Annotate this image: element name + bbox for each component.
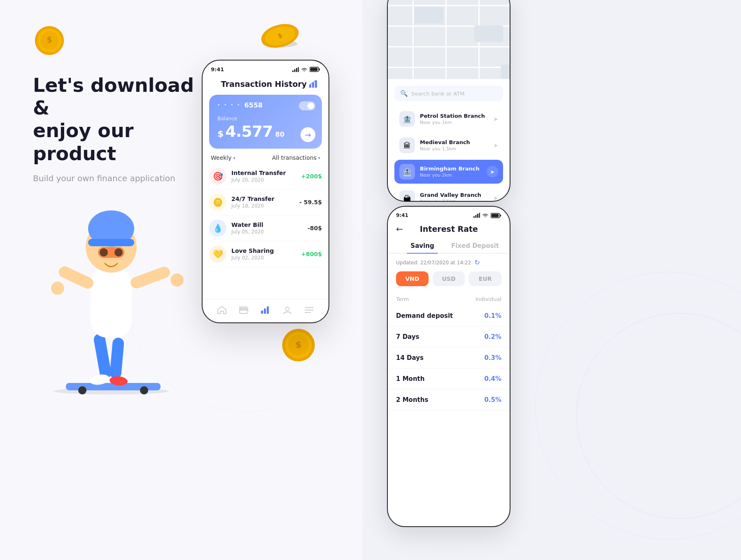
weekly-filter[interactable]: Weekly ▾: [211, 154, 235, 161]
txn-amount-1: - 59.5$: [299, 199, 322, 205]
nav-menu-icon[interactable]: [303, 304, 315, 316]
map-road: [388, 67, 510, 68]
ir-rate-0: 0.1%: [484, 312, 501, 320]
branch-info-2: Birmingham Branch Near you 2km: [420, 166, 482, 178]
svg-rect-53: [473, 216, 475, 218]
branch-name-0: Petrol Station Branch: [420, 113, 488, 119]
branch-icon-3: 🏔: [399, 190, 415, 202]
ir-updated-text: Updated: 22/07/2020 at 14:22: [396, 260, 471, 266]
nav-chart-icon[interactable]: [260, 304, 271, 316]
ir-currency-selector: VND USD EUR: [388, 271, 510, 293]
phone-nav: [203, 299, 329, 322]
ir-title: Interest Rate: [407, 224, 491, 233]
svg-rect-35: [296, 68, 297, 72]
card-dots: • • • •: [217, 102, 241, 107]
txn-date-1: July 18, 2020: [231, 203, 294, 209]
weekly-chevron-icon: ▾: [233, 156, 235, 160]
table-row[interactable]: 🎯 Internal Transfer July 20, 2020 +200$: [209, 163, 322, 189]
txn-date-2: July 05, 2020: [231, 229, 303, 235]
table-row[interactable]: 14 Days 0.3%: [388, 348, 510, 369]
svg-rect-22: [91, 268, 132, 338]
coin-top-center: $: [259, 23, 301, 51]
ir-rate-1: 0.2%: [484, 333, 501, 341]
list-item[interactable]: 🏦 Petrol Station Branch Near you 1km ➤: [394, 107, 503, 131]
ir-rate-4: 0.5%: [484, 396, 501, 404]
tab-saving[interactable]: Saving: [396, 239, 449, 253]
svg-rect-29: [88, 239, 134, 246]
map-road: [388, 5, 510, 6]
branch-name-3: Grand Valley Branch: [420, 192, 488, 198]
status-icons: [292, 67, 320, 72]
all-transactions-label: All transactions: [272, 154, 317, 161]
balance-arrow-btn[interactable]: →: [301, 127, 315, 142]
ir-rate-3: 0.4%: [484, 375, 501, 383]
txn-name-2: Water Bill: [231, 222, 303, 228]
svg-point-17: [140, 386, 148, 394]
table-row[interactable]: 🪙 24/7 Transfer July 18, 2020 - 59.5$: [209, 189, 322, 215]
table-row[interactable]: 2 Months 0.5%: [388, 390, 510, 411]
table-row[interactable]: 💛 Love Sharing July 02, 2020 +800$: [209, 241, 322, 267]
phone-map: 🔍 Search bank or ATM 🏦 Petrol Station Br…: [387, 0, 510, 202]
table-row[interactable]: 1 Month 0.4%: [388, 369, 510, 390]
txn-amount-3: +800$: [301, 251, 322, 257]
balance-dollar: $: [217, 128, 224, 139]
ir-battery-icon: [491, 213, 501, 218]
currency-eur-button[interactable]: EUR: [469, 271, 501, 286]
svg-rect-54: [475, 215, 477, 218]
map-road: [412, 0, 414, 79]
wifi-icon: [301, 67, 308, 72]
all-transactions-filter[interactable]: All transactions ▾: [272, 154, 320, 161]
ir-rate-2: 0.3%: [484, 354, 501, 362]
table-row[interactable]: 💧 Water Bill July 05, 2020 -80$: [209, 215, 322, 241]
phone-interest: 9:41: [387, 206, 510, 527]
currency-vnd-button[interactable]: VND: [396, 271, 429, 286]
branch-icon-2: 🏦: [399, 164, 415, 180]
tab-fixed-deposit[interactable]: Fixed Deposit: [449, 239, 501, 253]
map-search-area: 🔍 Search bank or ATM 🏦 Petrol Station Br…: [388, 79, 510, 202]
ir-term-2: 14 Days: [396, 354, 424, 362]
balance-amount: $ 4.577 80: [217, 122, 314, 140]
list-item[interactable]: 🏦 Birmingham Branch Near you 2km ➤: [394, 160, 503, 184]
battery-icon: [310, 67, 320, 72]
ir-term-4: 2 Months: [396, 396, 428, 404]
txn-icon-transfer: 🎯: [209, 168, 226, 185]
ir-back-button[interactable]: ←: [396, 224, 403, 234]
balance-card: • • • • 6558 Balance $ 4.577 80 →: [209, 95, 322, 149]
ir-refresh-icon[interactable]: ↻: [474, 259, 480, 266]
table-row[interactable]: Demand deposit 0.1%: [388, 306, 510, 327]
balance-label: Balance: [217, 116, 314, 121]
txn-info-24-7: 24/7 Transfer July 18, 2020: [231, 196, 294, 209]
card-toggle[interactable]: [299, 101, 315, 110]
txn-info-love: Love Sharing July 02, 2020: [231, 247, 296, 261]
table-row[interactable]: 7 Days 0.2%: [388, 327, 510, 348]
skater-figure: [25, 148, 198, 404]
ir-term-1: 7 Days: [396, 333, 419, 341]
nav-profile-icon[interactable]: [282, 304, 293, 316]
signal-icon: [292, 67, 299, 72]
branch-icon-1: 🏛: [399, 138, 415, 153]
svg-text:$: $: [295, 339, 301, 350]
branch-name-2: Birmingham Branch: [420, 166, 482, 172]
list-item[interactable]: 🏔 Grand Valley Branch Near you 3,5km ➤: [394, 186, 503, 202]
nav-home-icon[interactable]: [216, 304, 228, 316]
chart-icon[interactable]: [307, 77, 320, 91]
currency-usd-button[interactable]: USD: [433, 271, 465, 286]
nav-cards-icon[interactable]: [238, 304, 249, 316]
map-road: [388, 46, 510, 47]
svg-rect-43: [240, 308, 248, 313]
balance-cents: 80: [275, 131, 284, 138]
svg-rect-59: [492, 214, 499, 217]
txn-name-1: 24/7 Transfer: [231, 196, 294, 202]
card-number: 6558: [244, 101, 263, 109]
list-item[interactable]: 🏛 Medieval Branch Near you 1,5km ➤: [394, 133, 503, 157]
svg-point-32: [114, 248, 123, 257]
search-bar[interactable]: 🔍 Search bank or ATM: [394, 86, 503, 101]
txn-info-transfer: Internal Transfer July 20, 2020: [231, 170, 296, 183]
branch-info-0: Petrol Station Branch Near you 1km: [420, 113, 488, 125]
svg-rect-40: [309, 84, 311, 88]
right-section: 🔍 Search bank or ATM 🏦 Petrol Station Br…: [362, 0, 741, 560]
txn-icon-love: 💛: [209, 245, 226, 263]
branch-arrow-icon-1: ➤: [493, 142, 498, 149]
txn-icon-water: 💧: [209, 219, 226, 237]
branch-dist-0: Near you 1km: [420, 120, 488, 125]
